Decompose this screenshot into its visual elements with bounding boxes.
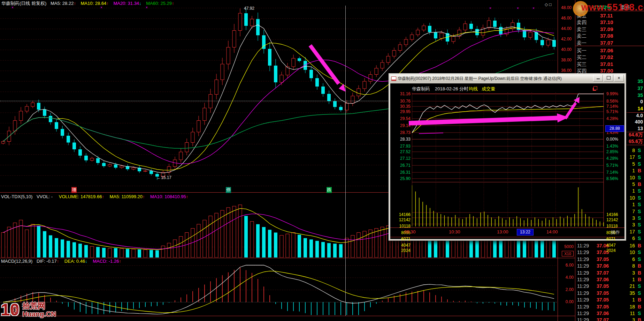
ma20-value: MA20: 31.34: [113, 1, 139, 6]
minimize-button[interactable]: [593, 75, 603, 82]
vol-ma5-value: MA5: 110599.20: [110, 194, 143, 199]
popup-price-label: 27.12: [392, 156, 411, 160]
popup-bottom-line: [390, 237, 624, 237]
popup-price-label: 28.73: [392, 130, 411, 135]
popup-price-label: 31.16: [392, 92, 411, 96]
ma20-arrow-icon: ↓: [139, 1, 141, 6]
popup-price-label: 26.71: [392, 163, 411, 167]
crosshair-vertical: [345, 6, 346, 316]
macd-axis-label: 6.00: [559, 263, 574, 267]
popup-ma-label[interactable]: 均线: [469, 87, 478, 91]
popup-vol-label[interactable]: 成交量: [482, 87, 495, 91]
ma5-arrow-icon: ↑: [74, 1, 76, 6]
intraday-chart: [412, 92, 604, 227]
macd-value: MACD: -1.26: [93, 259, 119, 264]
macd-arrow-icon: ↑: [119, 259, 121, 264]
dif-value: DIF: -0.17: [37, 259, 57, 264]
dea-arrow-icon: ↓: [85, 259, 87, 264]
tag-down-badge: 跌: [327, 187, 332, 193]
popup-price-label: 26.31: [392, 170, 411, 174]
macd-chart: [0, 264, 558, 316]
popup-volaxis-label: 12142: [606, 218, 618, 222]
tag-up-badge: 增: [71, 187, 77, 193]
popup-time-label: 14:00: [546, 230, 558, 234]
vol-ma5-arrow-icon: ↑: [143, 194, 145, 199]
maximize-icon: [607, 76, 611, 80]
sell-signal-icon: ×: [489, 7, 491, 10]
popup-detach-icon[interactable]: [593, 86, 597, 90]
volume-value: VOLUME: 147819.66: [59, 194, 102, 199]
popup-volaxis-label: 2024: [606, 248, 616, 253]
sell-signal-icon: ×: [517, 7, 519, 10]
maximize-button[interactable]: [604, 75, 613, 82]
logo-gear-icon: ⚙: [11, 306, 19, 315]
popup-pct-label: 7.14%: [606, 104, 618, 109]
price-axis-label: 42.00: [558, 37, 574, 41]
vol-ma10-arrow-icon: ↑: [186, 194, 189, 199]
popup-pct-label: 8.56%: [606, 177, 618, 181]
popup-volaxis-label: 2024: [392, 248, 411, 253]
popup-date-mode: 2018-02-26 分时: [435, 87, 468, 91]
macd-axis-label: 4.00: [559, 275, 574, 279]
low-price-label: ←15.17: [157, 176, 171, 180]
popup-client-area: 华森制药 2018-02-26 分时 均线 成交量 31.1630.7630.3…: [390, 83, 624, 239]
popup-title-bar[interactable]: 华森制药(002907) 2018年02月26日 星期一 PageUp/Down…: [390, 74, 625, 83]
popup-time-label: 10:30: [449, 230, 460, 234]
vol-axis-label: 5000: [559, 245, 574, 249]
chart-title-bar: 华森制药(日线 前复权) MA5: 28.22↑ MA10: 28.64↑ MA…: [1, 1, 174, 6]
ma10-value: MA10: 28.64: [81, 1, 107, 6]
divider: [0, 258, 575, 258]
price-axis-label: 44.00: [558, 27, 574, 31]
close-button[interactable]: ×: [614, 75, 624, 82]
popup-volaxis-label: 14166: [606, 212, 618, 217]
popup-pct-label: 8.56%: [606, 99, 618, 103]
popup-pct-label: 5.71%: [606, 110, 618, 114]
popup-price-label: 29.54: [392, 117, 411, 121]
popup-volaxis-label: 12142: [392, 218, 411, 222]
price-axis-label: 36.00: [558, 68, 574, 73]
intraday-popup-window[interactable]: 华森制药(002907) 2018年02月26日 星期一 PageUp/Down…: [389, 73, 626, 241]
popup-time-axis-line: [390, 227, 624, 228]
popup-pct-label: 1.43%: [606, 144, 618, 148]
popup-price-label: 30.35: [392, 104, 411, 109]
popup-time-label: 13:00: [497, 230, 508, 234]
sell-signal-icon: ×: [100, 6, 102, 9]
logo-cn-text: 拾荒网: [22, 302, 45, 310]
popup-price-label: 29.14: [392, 124, 411, 128]
price-badge: 28.88: [605, 125, 624, 132]
vol-multiplier-badge: X10: [562, 251, 574, 256]
popup-title-text: 华森制药(002907) 2018年02月26日 星期一 PageUp/Down…: [398, 76, 562, 82]
tag-halt-badge: 停: [226, 187, 231, 193]
vol-name: VOL-TDX(5,10): [1, 194, 32, 199]
stock-title: 华森制药(日线 前复权): [1, 1, 46, 6]
macd-indicator-bar: MACD(12,26,9) DIF: -0.17↑ DEA: 0.46↓ MAC…: [1, 259, 121, 263]
action-button[interactable]: 操作: [611, 230, 620, 234]
divider: [626, 112, 644, 113]
popup-price-label: 27.93: [392, 144, 411, 148]
divider: [0, 316, 575, 316]
popup-volaxis-label: 6071: [606, 237, 616, 241]
dea-value: DEA: 0.46: [64, 259, 85, 264]
macd-axis-label: 2.00: [559, 288, 574, 292]
popup-pct-label: 9.99%: [606, 92, 618, 96]
popup-price-label: 30.76: [392, 99, 411, 103]
high-price-label: 47.92: [244, 6, 254, 10]
price-axis-label: 38.00: [558, 58, 574, 62]
time-badge: 13:22: [517, 229, 534, 236]
popup-volaxis-label: 14166: [392, 212, 411, 217]
sell-signal-icon: ×: [146, 6, 148, 9]
watermark-text: www.55188.com: [581, 3, 644, 12]
divider: [626, 145, 644, 145]
popup-app-icon: [391, 76, 396, 81]
popup-pct-label: 5.71%: [606, 163, 618, 167]
vvol-value: VVOL: -: [37, 194, 53, 199]
price-axis-label: 40.00: [558, 47, 574, 52]
popup-stock-name: 华森制药: [412, 87, 430, 91]
sell-signal-icon: ×: [12, 6, 14, 9]
ma5-value: MA5: 28.22: [51, 1, 74, 6]
popup-volaxis-label: 6071: [392, 237, 411, 241]
ma60-arrow-icon: ↑: [172, 1, 174, 6]
popup-pct-label: 4.28%: [606, 156, 618, 160]
macd-axis-label: 0.00: [559, 300, 574, 304]
price-axis-label: 46.00: [558, 16, 574, 20]
